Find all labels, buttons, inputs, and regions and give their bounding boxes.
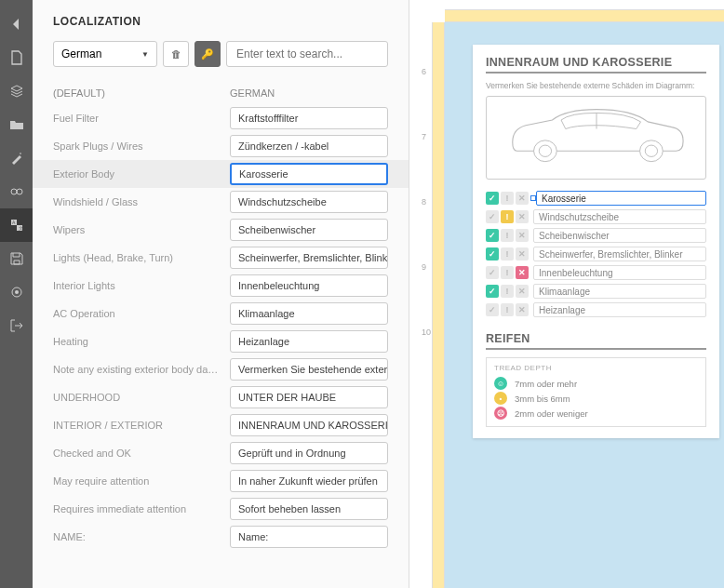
translation-input[interactable]: Name:: [230, 526, 388, 548]
translation-row[interactable]: WipersScheibenwischer: [33, 216, 409, 244]
check-ok-icon[interactable]: ✓: [486, 285, 499, 298]
tread-label: 7mm oder mehr: [515, 379, 577, 389]
chevron-down-icon: ▼: [141, 50, 149, 59]
ruler-horizontal: [445, 9, 724, 22]
translation-row[interactable]: Checked and OKGeprüft und in Ordnung: [33, 439, 409, 467]
nav-translate[interactable]: A文: [0, 208, 33, 242]
layers-icon: [9, 184, 24, 199]
checklist-row[interactable]: ✓!✕Scheinwerfer, Bremslichter, Blinker: [486, 245, 706, 263]
search-input[interactable]: [226, 41, 388, 67]
check-ok-icon[interactable]: ✓: [486, 247, 499, 261]
exit-icon: [9, 318, 24, 333]
translation-row[interactable]: HeatingHeizanlage: [33, 327, 409, 355]
translation-row[interactable]: Note any existing exterior body dam...Ve…: [33, 355, 409, 383]
translation-input[interactable]: Innenbeleuchtung: [230, 274, 388, 297]
check-bad-icon[interactable]: ✕: [516, 247, 529, 261]
checklist-row[interactable]: ✓!✕Windschutzscheibe: [486, 207, 706, 226]
translation-input[interactable]: Scheinwerfer, Bremslichter, Blinker: [230, 247, 388, 269]
translation-input[interactable]: UNTER DER HAUBE: [230, 386, 388, 408]
check-warn-icon[interactable]: !: [501, 285, 514, 298]
translation-input[interactable]: Zündkerzen / -kabel: [230, 135, 388, 157]
nav-save[interactable]: [0, 242, 33, 275]
section-rule: [486, 72, 706, 74]
tread-row: •3mm bis 6mm: [494, 391, 698, 406]
default-text: Fuel Filter: [53, 113, 224, 124]
section-interior-title: INNENRAUM UND KAROSSERIE: [486, 56, 706, 69]
check-bad-icon[interactable]: ✕: [516, 285, 529, 298]
translation-row[interactable]: Requires immediate attentionSofort beheb…: [33, 495, 409, 523]
checklist-row[interactable]: ✓!✕Heizanlage: [486, 301, 706, 319]
translation-row[interactable]: UNDERHOODUNTER DER HAUBE: [33, 383, 409, 411]
checklist-row[interactable]: ✓!✕Scheibenwischer: [486, 226, 706, 245]
nav-preview[interactable]: [0, 275, 33, 309]
check-bad-icon[interactable]: ✕: [516, 192, 529, 205]
translation-input[interactable]: Sofort beheben lassen: [230, 498, 388, 520]
nav-group[interactable]: [0, 74, 33, 108]
nav-new[interactable]: [0, 41, 33, 74]
translation-row[interactable]: Interior LightsInnenbeleuchtung: [33, 272, 409, 300]
check-ok-icon[interactable]: ✓: [486, 229, 499, 242]
key-toggle-button[interactable]: 🔑: [194, 41, 221, 67]
checklist-row[interactable]: ✓!✕Innenbeleuchtung: [486, 263, 706, 282]
translation-row[interactable]: Spark Plugs / WiresZündkerzen / -kabel: [33, 132, 409, 160]
translation-input[interactable]: INNENRAUM UND KAROSSERIE: [230, 414, 388, 436]
check-warn-icon[interactable]: !: [501, 266, 514, 279]
group-icon: [9, 84, 24, 99]
translation-row[interactable]: INTERIOR / EXTERIORINNENRAUM UND KAROSSE…: [33, 411, 409, 439]
default-text: INTERIOR / EXTERIOR: [53, 420, 224, 431]
language-select[interactable]: German ▼: [53, 41, 157, 67]
check-ok-icon[interactable]: ✓: [486, 192, 499, 205]
car-icon: [499, 102, 694, 173]
translation-row[interactable]: May require attentionIn naher Zukunft wi…: [33, 467, 409, 495]
translation-input[interactable]: Vermerken Sie bestehende externe S...: [230, 358, 388, 381]
check-warn-icon[interactable]: !: [501, 303, 514, 316]
delete-language-button[interactable]: 🗑: [163, 41, 189, 67]
translation-row[interactable]: Fuel FilterKraftstofffilter: [33, 104, 409, 132]
translation-input[interactable]: Scheibenwischer: [230, 219, 388, 241]
check-ok-icon[interactable]: ✓: [486, 210, 499, 223]
damage-note: Vermerken Sie bestehende externe Schäden…: [486, 81, 706, 90]
translation-row[interactable]: Windshield / GlassWindschutzscheibe: [33, 188, 409, 216]
back-button[interactable]: [0, 7, 33, 41]
translation-input[interactable]: Windschutzscheibe: [230, 191, 388, 213]
check-warn-icon[interactable]: !: [501, 210, 514, 223]
check-bad-icon[interactable]: ✕: [516, 266, 529, 279]
translation-row[interactable]: Lights (Head, Brake, Turn)Scheinwerfer, …: [33, 244, 409, 272]
check-warn-icon[interactable]: !: [501, 247, 514, 261]
car-diagram[interactable]: [486, 96, 706, 180]
translation-input[interactable]: Heizanlage: [230, 330, 388, 353]
translation-row[interactable]: Exterior BodyKarosserie: [33, 160, 409, 188]
check-ok-icon[interactable]: ✓: [486, 303, 499, 316]
check-bad-icon[interactable]: ✕: [516, 229, 529, 242]
check-warn-icon[interactable]: !: [501, 192, 514, 205]
checklist: ✓!✕Karosserie✓!✕Windschutzscheibe✓!✕Sche…: [486, 189, 706, 319]
translation-row[interactable]: AC OperationKlimaanlage: [33, 300, 409, 327]
check-ok-icon[interactable]: ✓: [486, 266, 499, 279]
ruler-tick: 9: [422, 262, 426, 272]
save-icon: [9, 251, 24, 266]
svg-text:文: 文: [18, 225, 22, 231]
translation-input[interactable]: Geprüft und in Ordnung: [230, 442, 388, 464]
checklist-row[interactable]: ✓!✕Klimaanlage: [486, 282, 706, 301]
translation-input[interactable]: Kraftstofffilter: [230, 107, 388, 129]
check-label: Karosserie: [536, 191, 706, 206]
nav-layers[interactable]: [0, 175, 33, 208]
default-text: Wipers: [53, 224, 224, 235]
nav-wand[interactable]: [0, 141, 33, 175]
check-bad-icon[interactable]: ✕: [516, 303, 529, 316]
default-text: Spark Plugs / Wires: [53, 140, 224, 152]
default-text: May require attention: [53, 475, 224, 487]
default-text: Heating: [53, 336, 224, 347]
default-text: NAME:: [53, 531, 224, 542]
svg-point-6: [533, 140, 556, 162]
translation-row[interactable]: NAME:Name:: [33, 523, 409, 551]
check-bad-icon[interactable]: ✕: [516, 210, 529, 223]
translation-input[interactable]: In naher Zukunft wieder prüfen: [230, 470, 388, 492]
translation-input[interactable]: Karosserie: [230, 163, 388, 185]
translation-input[interactable]: Klimaanlage: [230, 302, 388, 325]
selection-handle[interactable]: [530, 195, 536, 201]
check-warn-icon[interactable]: !: [501, 229, 514, 242]
nav-folder[interactable]: [0, 108, 33, 141]
checklist-row[interactable]: ✓!✕Karosserie: [486, 189, 706, 207]
nav-exit[interactable]: [0, 309, 33, 342]
